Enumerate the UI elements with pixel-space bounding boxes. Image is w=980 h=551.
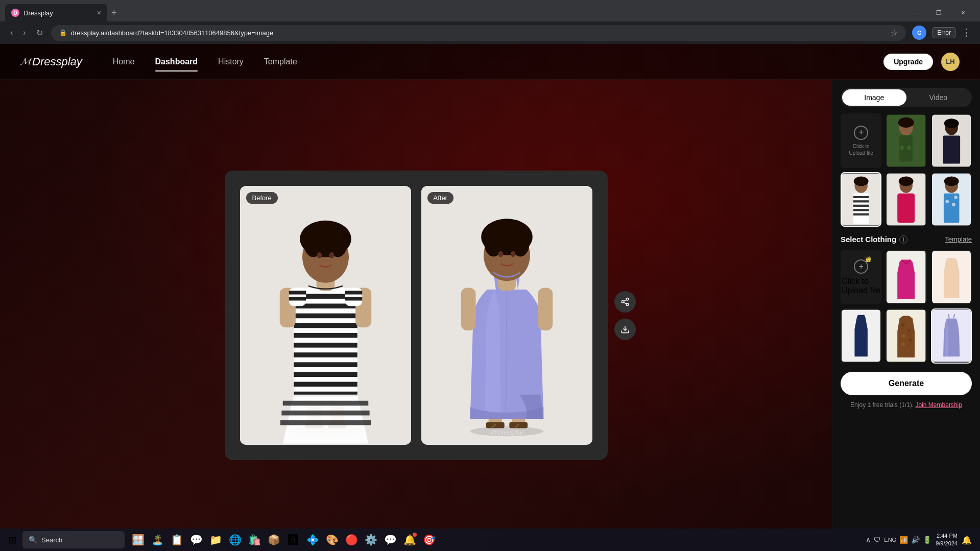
before-label: Before xyxy=(246,192,278,204)
generate-button[interactable]: Generate xyxy=(841,372,972,395)
nav-template[interactable]: Template xyxy=(264,53,297,70)
comparison-container: Before xyxy=(225,171,608,460)
datetime-display[interactable]: 2:44 PM 9/9/2024 xyxy=(936,532,958,548)
taskbar-app-task[interactable]: 📋 xyxy=(168,531,186,549)
crown-badge: 👑 xyxy=(865,256,871,262)
error-badge[interactable]: Error xyxy=(933,27,955,38)
antivirus-icon[interactable]: 🛡 xyxy=(874,536,881,544)
battery-icon[interactable]: 🔋 xyxy=(923,536,931,544)
upgrade-button[interactable]: Upgrade xyxy=(883,54,933,70)
svg-rect-10 xyxy=(294,323,357,328)
close-button[interactable]: × xyxy=(951,4,975,21)
nav-home[interactable]: Home xyxy=(113,53,135,70)
taskbar-app-chrome[interactable]: 🔴 xyxy=(342,531,361,549)
model-photo-2[interactable] xyxy=(931,113,972,168)
svg-rect-28 xyxy=(345,291,362,295)
svg-text:★: ★ xyxy=(313,308,318,314)
new-tab-button[interactable]: + xyxy=(109,6,119,20)
start-button[interactable]: ⊞ xyxy=(4,532,20,548)
taskbar-app-settings[interactable]: ⚙️ xyxy=(362,531,380,549)
browser-menu-button[interactable]: ⋮ xyxy=(962,27,972,38)
taskbar-app-notification[interactable]: 🔔 xyxy=(400,531,419,549)
clothing-photo-5[interactable] xyxy=(931,308,972,363)
browser-profile-avatar[interactable]: G xyxy=(912,26,926,40)
clothing-photo-3[interactable] xyxy=(841,308,881,363)
clothing-photo-2[interactable] xyxy=(931,250,972,304)
model-photo-5[interactable] xyxy=(931,172,972,227)
tab-title: Dressplay xyxy=(23,9,53,17)
clothing-photo-1[interactable] xyxy=(886,250,926,304)
taskbar-app-edge[interactable]: 🌐 xyxy=(226,531,244,549)
upload-crown-plus: 👑 + xyxy=(854,259,868,274)
model-4-image xyxy=(887,173,925,226)
back-button[interactable]: ‹ xyxy=(8,26,15,39)
lock-icon: 🔒 xyxy=(59,29,67,36)
svg-rect-14 xyxy=(294,363,357,368)
taskbar-app-teams[interactable]: 💬 xyxy=(187,531,205,549)
model-photo-4[interactable] xyxy=(886,172,926,227)
maximize-button[interactable]: ❐ xyxy=(927,4,950,21)
model-photo-3[interactable] xyxy=(841,172,881,227)
volume-icon[interactable]: 🔊 xyxy=(911,536,920,544)
forward-button[interactable]: › xyxy=(21,26,28,39)
bookmark-icon[interactable]: ☆ xyxy=(891,28,898,38)
system-tray: ∧ 🛡 ENG 📶 🔊 🔋 xyxy=(866,536,931,544)
svg-point-88 xyxy=(954,196,958,199)
upload-clothing-cell[interactable]: 👑 + Click toUpload file xyxy=(841,250,881,304)
svg-point-35 xyxy=(317,252,322,258)
download-button[interactable] xyxy=(614,319,636,340)
tab-close-button[interactable]: × xyxy=(97,9,101,17)
nav-dashboard[interactable]: Dashboard xyxy=(155,53,198,70)
svg-rect-9 xyxy=(294,314,357,319)
mode-image-button[interactable]: Image xyxy=(842,89,906,106)
model-photo-1[interactable]: ❀ ❀ xyxy=(886,113,926,168)
user-avatar[interactable]: LH xyxy=(941,53,960,71)
join-membership-link[interactable]: Join Membership xyxy=(916,401,962,409)
app: 𝓜 Dressplay Home Dashboard History Templ… xyxy=(0,44,980,551)
taskbar-app-amazon[interactable]: 📦 xyxy=(265,531,283,549)
taskbar-app-windows[interactable]: 🪟 xyxy=(129,531,147,549)
taskbar-app-paint[interactable]: 🎨 xyxy=(323,531,341,549)
clothing-photo-4[interactable] xyxy=(886,308,926,363)
nav-history[interactable]: History xyxy=(218,53,244,70)
svg-line-60 xyxy=(624,299,626,301)
taskbar-search-bar[interactable]: 🔍 Search xyxy=(22,531,125,548)
reload-button[interactable]: ↻ xyxy=(34,26,45,40)
taskbar-app-files[interactable]: 📁 xyxy=(206,531,225,549)
info-icon[interactable]: i xyxy=(899,235,907,244)
search-label: Search xyxy=(41,536,62,544)
select-clothing-title: Select Clothing i xyxy=(841,235,907,244)
logo[interactable]: 𝓜 Dressplay xyxy=(20,55,82,68)
taskbar-app-dropbox[interactable]: 💠 xyxy=(303,531,322,549)
model-after-image xyxy=(421,186,592,445)
taskbar-app-zalo[interactable]: 💬 xyxy=(381,531,399,549)
svg-point-100 xyxy=(909,339,912,342)
wifi-icon[interactable]: 📶 xyxy=(899,536,908,544)
taskbar-app-colorful[interactable]: 🎯 xyxy=(420,531,438,549)
mode-video-button[interactable]: Video xyxy=(906,89,971,106)
upload-model-cell[interactable]: + Click toUpload file xyxy=(841,113,881,168)
svg-point-86 xyxy=(944,177,959,186)
taskbar-app-amazon2[interactable]: 🅰 xyxy=(284,531,302,549)
up-arrow-tray[interactable]: ∧ xyxy=(866,536,871,544)
address-bar[interactable]: 🔒 dressplay.ai/dashboard?taskId=18330485… xyxy=(51,25,906,41)
model-before-image: ★ xyxy=(240,186,411,445)
share-button[interactable] xyxy=(614,291,636,313)
browser-tab-dressplay[interactable]: D Dressplay × xyxy=(5,4,107,21)
before-panel: Before xyxy=(240,186,411,445)
app-main: Before xyxy=(0,80,980,551)
notification-center-icon[interactable]: 🔔 xyxy=(962,535,972,545)
taskbar-app-store[interactable]: 🛍️ xyxy=(245,531,264,549)
template-link[interactable]: Template xyxy=(945,235,972,243)
model-3-image xyxy=(842,173,880,226)
svg-point-53 xyxy=(498,251,503,257)
svg-point-89 xyxy=(945,200,949,204)
svg-rect-12 xyxy=(294,343,357,348)
minimize-button[interactable]: — xyxy=(902,4,926,21)
model-5-image xyxy=(932,173,971,226)
notification-badge xyxy=(413,533,417,537)
lang-icon[interactable]: ENG xyxy=(884,537,896,543)
taskbar-app-island[interactable]: 🏝️ xyxy=(148,531,166,549)
header-right: Upgrade LH xyxy=(883,53,960,71)
svg-rect-79 xyxy=(853,213,869,215)
